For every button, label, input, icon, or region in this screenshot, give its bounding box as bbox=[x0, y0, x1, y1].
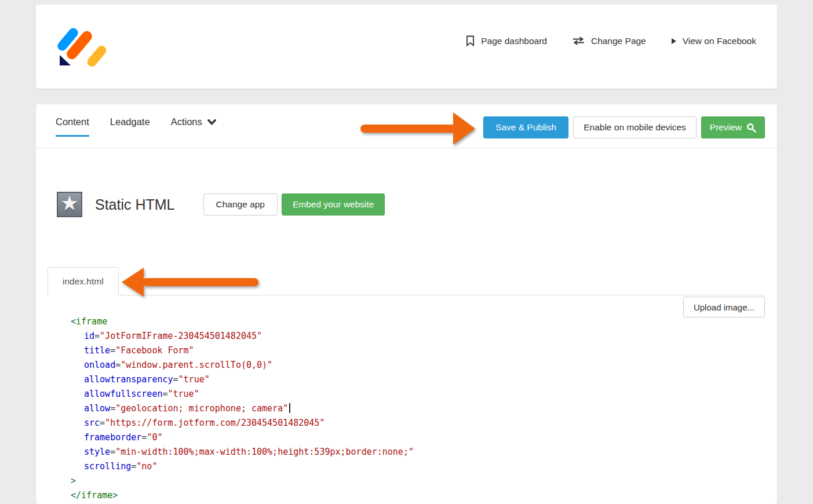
code-line[interactable]: title="Facebook Form" bbox=[71, 344, 414, 358]
tab-label: Leadgate bbox=[110, 116, 150, 127]
save-publish-arrow-annotation bbox=[360, 112, 475, 145]
star-icon: ★ bbox=[57, 192, 82, 217]
app-header-row: ★ Static HTML Change app Embed your webs… bbox=[57, 192, 385, 217]
nav-label: Change Page bbox=[591, 36, 646, 46]
nav-view-on-facebook[interactable]: View on Facebook bbox=[672, 36, 756, 46]
header-card: Page dashboard Change Page View on Faceb… bbox=[36, 5, 777, 89]
code-line[interactable]: onload="window.parent.scrollTo(0,0)" bbox=[71, 358, 414, 372]
top-nav: Page dashboard Change Page View on Faceb… bbox=[466, 35, 756, 46]
tab-label: Content bbox=[56, 116, 89, 127]
chevron-down-icon bbox=[207, 119, 216, 125]
jotform-logo[interactable] bbox=[54, 23, 105, 70]
nav-page-dashboard[interactable]: Page dashboard bbox=[466, 35, 547, 46]
nav-label: View on Facebook bbox=[683, 36, 756, 46]
preview-button[interactable]: Preview bbox=[701, 116, 765, 138]
code-line[interactable]: allow="geolocation; microphone; camera" bbox=[71, 401, 414, 416]
file-tab-index-html[interactable]: index.html bbox=[48, 267, 119, 295]
enable-mobile-button[interactable]: Enable on mobile devices bbox=[573, 116, 697, 138]
code-line[interactable]: allowtransparency="true" bbox=[71, 372, 414, 387]
upload-image-button[interactable]: Upload image... bbox=[683, 297, 765, 317]
nav-label: Page dashboard bbox=[481, 36, 547, 46]
code-line[interactable]: > bbox=[71, 474, 414, 488]
code-line[interactable]: <iframe bbox=[71, 315, 414, 329]
code-line[interactable]: src="https://form.jotform.com/2304545014… bbox=[71, 416, 414, 430]
embed-website-button[interactable]: Embed your website bbox=[282, 193, 385, 216]
tab-leadgate[interactable]: Leadgate bbox=[110, 116, 150, 137]
tab-content[interactable]: Content bbox=[56, 116, 89, 137]
code-line[interactable]: id="JotFormIFrame-230454501482045" bbox=[71, 329, 414, 344]
code-line[interactable]: frameborder="0" bbox=[71, 430, 414, 445]
tabs-row: Content Leadgate Actions Save & Publish … bbox=[36, 104, 777, 148]
main-card: Content Leadgate Actions Save & Publish … bbox=[36, 104, 777, 504]
save-publish-button[interactable]: Save & Publish bbox=[483, 116, 568, 138]
triangle-right-icon bbox=[672, 38, 676, 44]
nav-change-page[interactable]: Change Page bbox=[573, 36, 646, 46]
search-icon bbox=[746, 123, 756, 133]
toolbar-actions: Save & Publish Enable on mobile devices … bbox=[483, 116, 765, 138]
index-tab-arrow-annotation bbox=[122, 268, 258, 297]
logo-yellow-bar bbox=[85, 44, 108, 68]
page-title: Static HTML bbox=[95, 196, 175, 213]
preview-label: Preview bbox=[710, 122, 742, 133]
tab-label: Actions bbox=[171, 116, 202, 127]
swap-arrows-icon bbox=[573, 36, 585, 45]
change-app-button[interactable]: Change app bbox=[203, 193, 278, 216]
tabs: Content Leadgate Actions bbox=[56, 116, 216, 137]
code-line[interactable]: allowfullscreen="true" bbox=[71, 387, 414, 401]
tab-actions[interactable]: Actions bbox=[171, 116, 216, 137]
code-line[interactable]: style="min-width:100%;max-width:100%;hei… bbox=[71, 445, 414, 459]
bookmark-icon bbox=[466, 35, 475, 46]
code-line[interactable]: scrolling="no" bbox=[71, 459, 414, 474]
text-cursor bbox=[289, 403, 290, 413]
code-block[interactable]: <iframeid="JotFormIFrame-230454501482045… bbox=[71, 315, 414, 503]
code-line[interactable]: </iframe> bbox=[71, 488, 414, 503]
